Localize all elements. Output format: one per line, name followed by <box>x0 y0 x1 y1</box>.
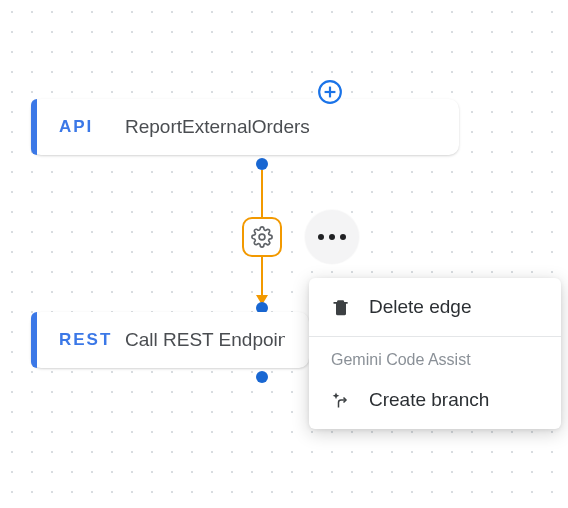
node-accent-bar <box>31 312 37 368</box>
node-tag-rest: REST <box>59 330 115 350</box>
more-icon <box>318 234 346 240</box>
menu-item-label: Create branch <box>369 389 489 411</box>
menu-section-header: Gemini Code Assist <box>309 337 561 371</box>
add-node-button[interactable] <box>316 78 344 106</box>
svg-point-3 <box>259 234 265 240</box>
menu-item-delete-edge[interactable]: Delete edge <box>309 278 561 336</box>
edge-segment[interactable] <box>261 170 263 217</box>
edge-more-button[interactable] <box>305 210 359 264</box>
menu-item-label: Delete edge <box>369 296 471 318</box>
port-dot[interactable] <box>256 371 268 383</box>
node-api[interactable]: API ReportExternalOrders <box>31 99 459 155</box>
node-rest[interactable]: REST Call REST Endpoint <box>31 312 309 368</box>
edge-context-menu: Delete edge Gemini Code Assist Create br… <box>309 278 561 429</box>
node-label-rest: Call REST Endpoint <box>125 329 285 351</box>
node-tag-api: API <box>59 117 115 137</box>
trash-icon <box>331 297 351 317</box>
menu-item-create-branch[interactable]: Create branch <box>309 371 561 429</box>
plus-circle-icon <box>317 79 343 105</box>
sparkle-branch-icon <box>331 390 351 410</box>
node-label-api: ReportExternalOrders <box>125 116 310 138</box>
node-accent-bar <box>31 99 37 155</box>
port-dot[interactable] <box>256 158 268 170</box>
gear-icon <box>251 226 273 248</box>
edge-settings-button[interactable] <box>242 217 282 257</box>
edge-segment[interactable] <box>261 257 263 295</box>
